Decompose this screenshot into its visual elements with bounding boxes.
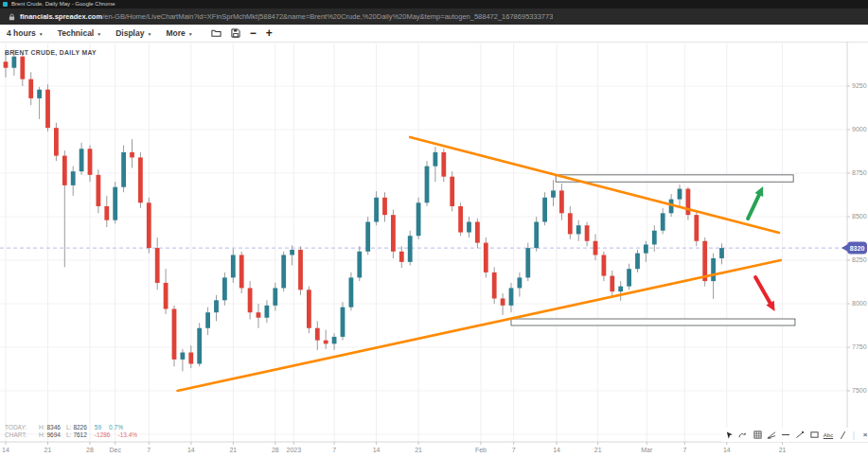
- more-dropdown[interactable]: More▼: [166, 28, 192, 38]
- svg-text:7: 7: [682, 447, 686, 453]
- svg-text:9250: 9250: [852, 82, 867, 89]
- grid-tool[interactable]: [753, 429, 762, 441]
- drawing-toolbar: Abc|×: [721, 428, 868, 442]
- zoom-out-icon: −: [250, 28, 257, 38]
- chart-toolbar: 4 hours▼Technical▼Display▼More▼ −+: [0, 25, 868, 43]
- svg-text:28: 28: [272, 447, 279, 453]
- svg-text:7750: 7750: [852, 343, 867, 350]
- display-dropdown-label: Display: [115, 28, 144, 38]
- save-icon: [231, 28, 240, 38]
- url-path: /en-GB/Home/LiveChartMain?id=XFinSprMchM…: [102, 12, 553, 21]
- time-axis[interactable]: 142128Dec7142128202371421Feb71421Mar7142…: [2, 442, 786, 453]
- technical-dropdown-label: Technical: [58, 28, 95, 38]
- today-label: TODAY:: [5, 424, 33, 431]
- address-bar[interactable]: financials.spreadex.com/en-GB/Home/LiveC…: [0, 9, 868, 25]
- svg-text:8000: 8000: [852, 300, 867, 307]
- chart-change: -1286: [95, 431, 111, 439]
- today-high: 8346: [47, 424, 61, 431]
- svg-text:8500: 8500: [852, 213, 867, 220]
- bullish-breakout-arrow[interactable]: [748, 186, 763, 219]
- svg-text:21: 21: [779, 447, 787, 453]
- svg-text:21: 21: [44, 447, 52, 453]
- close-tool[interactable]: ×: [860, 429, 868, 441]
- window-title-bar: Brent Crude, Daily May - Google Chrome: [0, 0, 868, 9]
- zoom-in-button[interactable]: +: [266, 28, 273, 38]
- svg-text:2023: 2023: [287, 447, 302, 453]
- axes: [0, 42, 868, 442]
- svg-text:28: 28: [86, 447, 94, 453]
- trend-lines-tool[interactable]: [767, 429, 776, 441]
- svg-text:21: 21: [594, 447, 602, 453]
- descending-resistance-line[interactable]: [410, 137, 779, 233]
- pointer-tool[interactable]: [724, 429, 734, 441]
- svg-text:8320: 8320: [850, 245, 865, 252]
- today-change-pct: 0.7%: [109, 424, 123, 431]
- svg-text:7: 7: [147, 447, 151, 453]
- svg-text:7: 7: [512, 447, 516, 453]
- timeframe-dropdown-label: 4 hours: [7, 28, 36, 38]
- open-folder-button[interactable]: [211, 28, 221, 38]
- chevron-down-icon: ▼: [188, 31, 193, 37]
- svg-text:9000: 9000: [852, 126, 867, 132]
- session-stats: TODAY: H: 8346 L: 8226 59 0.7% CHART: H:…: [5, 424, 137, 439]
- url-domain: financials.spreadex.com: [20, 12, 102, 21]
- svg-text:8750: 8750: [852, 169, 867, 176]
- price-axis[interactable]: 925090008750850082508000775075007250: [847, 82, 867, 437]
- chart-label: CHART:: [5, 431, 33, 439]
- chart-low: 7612: [73, 431, 86, 439]
- zoom-in-icon: +: [266, 28, 273, 38]
- rectangle-tool[interactable]: [809, 429, 819, 441]
- spreadex-favicon: [3, 2, 8, 7]
- svg-text:14: 14: [187, 447, 195, 453]
- window-title: Brent Crude, Daily May - Google Chrome: [11, 0, 115, 9]
- save-button[interactable]: [231, 28, 240, 38]
- chart-change-pct: -13.4%: [117, 431, 137, 439]
- chevron-down-icon: ▼: [97, 31, 101, 37]
- today-low: 8226: [73, 424, 86, 431]
- svg-text:Mar: Mar: [641, 447, 653, 453]
- zoom-out-button[interactable]: −: [250, 28, 257, 38]
- svg-text:14: 14: [723, 447, 731, 453]
- chart-canvas[interactable]: 9250900087508500825080007750750072501421…: [0, 42, 868, 457]
- chevron-down-icon: ▼: [39, 31, 44, 37]
- svg-text:Feb: Feb: [475, 447, 487, 453]
- trendline-tool[interactable]: [795, 429, 805, 441]
- resistance-zone[interactable]: [556, 175, 793, 182]
- svg-text:14: 14: [2, 447, 9, 453]
- text-tool[interactable]: Abc: [824, 429, 833, 441]
- svg-text:Dec: Dec: [109, 447, 121, 453]
- display-dropdown[interactable]: Display▼: [115, 28, 151, 38]
- svg-text:14: 14: [373, 447, 381, 453]
- technical-dropdown[interactable]: Technical▼: [58, 28, 102, 38]
- chart-high: 9694: [47, 431, 61, 439]
- toolbar-separator: |: [852, 429, 856, 441]
- svg-text:7: 7: [332, 447, 336, 453]
- svg-text:8250: 8250: [852, 256, 867, 263]
- current-price-badge: 8320: [841, 242, 867, 255]
- open-folder-icon: [211, 28, 221, 38]
- more-dropdown-label: More: [166, 28, 185, 38]
- freehand-arrow-tool[interactable]: [738, 429, 748, 441]
- timeframe-dropdown[interactable]: 4 hours▼: [7, 28, 44, 38]
- chart-stats-row: CHART: H: 9694 L: 7612 -1286 -13.4%: [5, 431, 137, 439]
- today-change: 59: [95, 424, 101, 431]
- horizontal-line-tool[interactable]: [781, 429, 790, 441]
- svg-text:21: 21: [415, 447, 422, 453]
- svg-text:21: 21: [229, 447, 237, 453]
- support-zone[interactable]: [511, 319, 795, 325]
- lock-icon: [9, 13, 15, 21]
- bearish-breakdown-arrow[interactable]: [755, 277, 774, 311]
- gridlines: [0, 44, 847, 442]
- slash-tool[interactable]: [838, 429, 847, 441]
- chevron-down-icon: ▼: [147, 31, 151, 37]
- svg-text:14: 14: [553, 447, 560, 453]
- chart-watermark-title: BRENT CRUDE, DAILY MAY: [5, 49, 97, 57]
- today-stats-row: TODAY: H: 8346 L: 8226 59 0.7%: [5, 424, 137, 431]
- svg-text:7500: 7500: [852, 387, 867, 394]
